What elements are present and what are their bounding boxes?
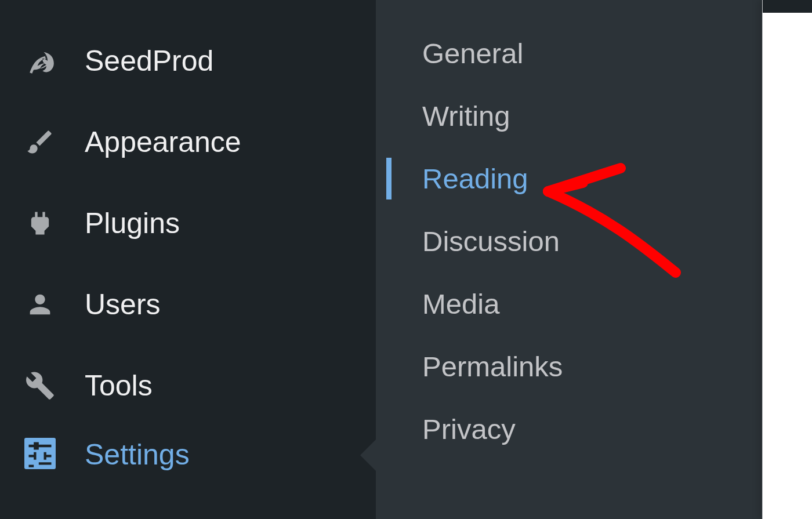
- sidebar-item-label: Users: [85, 288, 161, 321]
- leaf-icon: [24, 45, 56, 77]
- sidebar-item-label: SeedProd: [85, 44, 213, 78]
- sidebar-item-appearance[interactable]: Appearance: [0, 101, 376, 183]
- submenu-item-label: Media: [422, 288, 499, 320]
- submenu-item-permalinks[interactable]: Permalinks: [376, 335, 762, 398]
- sidebar-item-tools[interactable]: Tools: [0, 345, 376, 426]
- sliders-icon: [24, 438, 56, 469]
- submenu-item-label: Reading: [422, 163, 528, 194]
- submenu-item-label: General: [422, 38, 523, 69]
- sidebar-item-label: Plugins: [85, 206, 180, 240]
- submenu-item-writing[interactable]: Writing: [376, 85, 762, 147]
- plug-icon: [24, 208, 56, 239]
- admin-bar-edge: [763, 0, 812, 13]
- sidebar-item-users[interactable]: Users: [0, 264, 376, 345]
- submenu-item-label: Writing: [422, 100, 510, 132]
- sidebar-item-label: Appearance: [85, 125, 241, 159]
- submenu-item-discussion[interactable]: Discussion: [376, 210, 762, 273]
- user-icon: [24, 289, 56, 320]
- submenu-item-label: Permalinks: [422, 351, 563, 382]
- sidebar-item-plugins[interactable]: Plugins: [0, 183, 376, 264]
- sidebar-item-label: Settings: [85, 438, 190, 471]
- submenu-item-label: Privacy: [422, 413, 516, 445]
- admin-sidebar: SeedProd Appearance Plugins Users Tools …: [0, 0, 376, 519]
- submenu-item-general[interactable]: General: [376, 22, 762, 85]
- submenu-item-reading[interactable]: Reading: [376, 147, 762, 210]
- sidebar-item-seedprod[interactable]: SeedProd: [0, 20, 376, 101]
- flyout-arrow-icon: [360, 439, 376, 471]
- submenu-item-privacy[interactable]: Privacy: [376, 398, 762, 460]
- sidebar-item-settings[interactable]: Settings: [0, 426, 376, 484]
- sidebar-item-label: Tools: [85, 369, 153, 402]
- submenu-item-media[interactable]: Media: [376, 273, 762, 335]
- wrench-icon: [24, 370, 56, 401]
- submenu-item-label: Discussion: [422, 226, 560, 257]
- page-content-edge: [762, 0, 812, 519]
- settings-submenu: General Writing Reading Discussion Media…: [376, 0, 762, 519]
- brush-icon: [24, 126, 56, 158]
